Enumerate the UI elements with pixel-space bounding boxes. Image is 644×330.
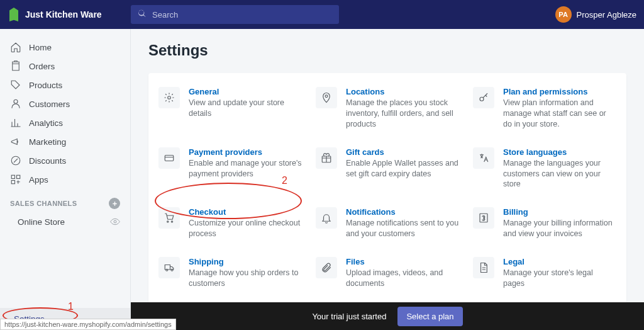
analytics-icon bbox=[10, 117, 21, 128]
language-icon bbox=[473, 147, 494, 169]
tile-title: Locations bbox=[346, 87, 459, 96]
megaphone-icon bbox=[10, 136, 21, 147]
nav-label: Orders bbox=[29, 62, 55, 71]
truck-icon bbox=[158, 257, 180, 278]
tile-notifications[interactable]: NotificationsManage notifications sent t… bbox=[312, 207, 463, 239]
sales-channels-header: SALES CHANNELS bbox=[0, 189, 130, 213]
tile-checkout[interactable]: CheckoutCustomize your online checkout p… bbox=[155, 207, 306, 239]
apps-icon bbox=[10, 174, 21, 185]
avatar: PA bbox=[555, 6, 572, 23]
bell-icon bbox=[316, 207, 337, 229]
key-icon bbox=[473, 87, 494, 108]
svg-point-13 bbox=[171, 221, 172, 222]
brand[interactable]: Just Kitchen Ware bbox=[8, 8, 121, 21]
svg-point-0 bbox=[14, 100, 18, 103]
nav-apps[interactable]: Apps bbox=[0, 170, 130, 189]
tile-billing[interactable]: BillingManage your billing information a… bbox=[469, 207, 620, 239]
shopify-logo-icon bbox=[8, 8, 20, 21]
top-bar: Just Kitchen Ware PA Prosper Agbleze bbox=[0, 0, 644, 29]
card-icon bbox=[158, 147, 180, 169]
tag-icon bbox=[10, 79, 21, 91]
settings-card: GeneralView and update your store detail… bbox=[148, 73, 626, 306]
search-input[interactable] bbox=[152, 10, 333, 20]
search-box[interactable] bbox=[131, 5, 339, 24]
channel-label: Online Store bbox=[18, 217, 65, 227]
tile-title: Billing bbox=[503, 207, 616, 217]
cart-icon bbox=[158, 207, 180, 229]
tile-store-languages[interactable]: Store languagesManage the languages your… bbox=[469, 147, 620, 190]
svg-rect-4 bbox=[11, 181, 14, 184]
nav-orders[interactable]: Orders bbox=[0, 57, 130, 76]
tile-locations[interactable]: LocationsManage the places you stock inv… bbox=[312, 87, 463, 130]
tile-title: Plan and permissions bbox=[503, 87, 616, 96]
tile-gift-cards[interactable]: Gift cardsEnable Apple Wallet passes and… bbox=[312, 147, 463, 190]
nav-products[interactable]: Products bbox=[0, 76, 130, 94]
tile-desc: Manage the places you stock inventory, f… bbox=[346, 98, 459, 130]
annotation-label-2: 2 bbox=[282, 175, 287, 186]
nav-discounts[interactable]: Discounts bbox=[0, 151, 130, 170]
tile-title: Legal bbox=[503, 257, 616, 266]
tile-desc: Manage how you ship orders to customers bbox=[189, 268, 302, 289]
annotation-label-1: 1 bbox=[68, 301, 74, 312]
search-icon bbox=[137, 8, 147, 21]
tile-general[interactable]: GeneralView and update your store detail… bbox=[155, 87, 306, 130]
tile-desc: Manage your billing information and view… bbox=[503, 218, 616, 239]
tile-desc: Manage your store's legal pages bbox=[503, 268, 616, 289]
svg-point-8 bbox=[325, 95, 328, 98]
page-title: Settings bbox=[148, 42, 626, 59]
tile-title: General bbox=[189, 87, 302, 96]
clip-icon bbox=[316, 257, 337, 278]
tile-files[interactable]: FilesUpload images, videos, and document… bbox=[312, 257, 463, 289]
nav-label: Home bbox=[29, 43, 52, 52]
nav-analytics[interactable]: Analytics bbox=[0, 113, 130, 132]
channel-online-store[interactable]: Online Store bbox=[0, 213, 130, 230]
tile-legal[interactable]: LegalManage your store's legal pages bbox=[469, 257, 620, 289]
gift-icon bbox=[316, 147, 337, 169]
tile-desc: View plan information and manage what st… bbox=[503, 98, 616, 130]
orders-icon bbox=[10, 60, 21, 72]
tile-shipping[interactable]: ShippingManage how you ship orders to cu… bbox=[155, 257, 306, 289]
tile-desc: Manage the languages your customers can … bbox=[503, 158, 616, 190]
dollar-icon bbox=[473, 207, 494, 229]
tile-title: Payment providers bbox=[189, 147, 302, 157]
tile-title: Checkout bbox=[189, 207, 302, 217]
banner-text: Your trial just started bbox=[312, 312, 386, 321]
tile-title: Gift cards bbox=[346, 147, 459, 157]
user-menu[interactable]: PA Prosper Agbleze bbox=[555, 6, 636, 23]
tile-title: Store languages bbox=[503, 147, 616, 157]
settings-grid: GeneralView and update your store detail… bbox=[155, 87, 620, 306]
svg-point-7 bbox=[168, 96, 171, 100]
document-icon bbox=[473, 257, 494, 278]
nav-label: Customers bbox=[29, 100, 70, 109]
nav-marketing[interactable]: Marketing bbox=[0, 132, 130, 151]
nav-customers[interactable]: Customers bbox=[0, 94, 130, 113]
nav-label: Discounts bbox=[29, 156, 66, 166]
person-icon bbox=[10, 98, 21, 110]
tile-desc: Enable Apple Wallet passes and set gift … bbox=[346, 158, 459, 179]
svg-rect-2 bbox=[11, 175, 14, 178]
add-channel-button[interactable] bbox=[109, 198, 120, 209]
gear-icon bbox=[158, 87, 180, 108]
nav-home[interactable]: Home bbox=[0, 38, 130, 57]
pin-icon bbox=[316, 87, 337, 108]
trial-banner: Your trial just started Select a plan bbox=[131, 302, 644, 330]
svg-point-12 bbox=[167, 221, 169, 222]
select-plan-button[interactable]: Select a plan bbox=[397, 307, 462, 326]
tile-desc: Customize your online checkout process bbox=[189, 218, 302, 239]
status-url: https://just-kitchen-ware.myshopify.com/… bbox=[0, 319, 176, 330]
sidebar: Home Orders Products Customers Analytics… bbox=[0, 29, 131, 330]
tile-title: Shipping bbox=[189, 257, 302, 266]
nav-label: Products bbox=[29, 81, 62, 90]
nav-label: Analytics bbox=[29, 118, 63, 128]
store-name: Just Kitchen Ware bbox=[25, 9, 102, 20]
tile-desc: View and update your store details bbox=[189, 98, 302, 119]
tile-plan-permissions[interactable]: Plan and permissionsView plan informatio… bbox=[469, 87, 620, 130]
home-icon bbox=[10, 42, 21, 53]
svg-point-5 bbox=[114, 220, 116, 223]
tile-title: Notifications bbox=[346, 207, 459, 217]
view-store-icon[interactable] bbox=[110, 217, 120, 227]
nav-label: Apps bbox=[29, 175, 48, 185]
tile-desc: Manage notifications sent to you and you… bbox=[346, 218, 459, 239]
nav-label: Marketing bbox=[29, 137, 66, 147]
discount-icon bbox=[10, 155, 21, 166]
